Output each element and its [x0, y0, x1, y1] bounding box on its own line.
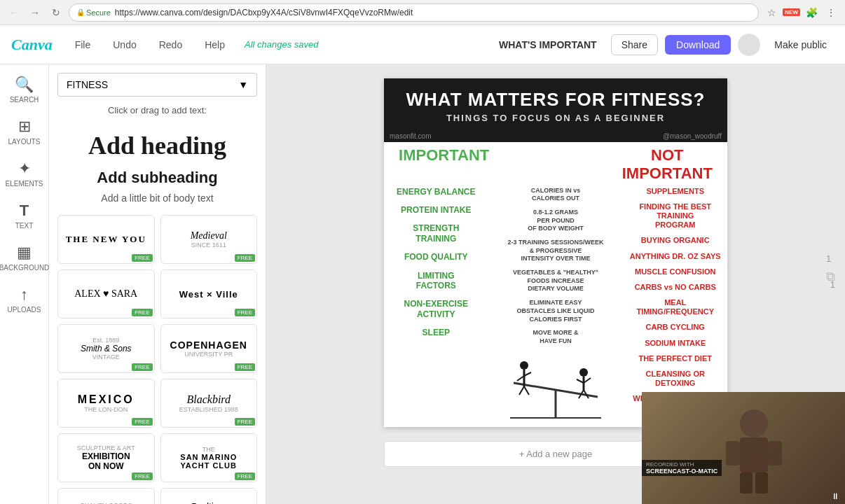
- copy-page-icon[interactable]: ⧉: [826, 270, 835, 284]
- font-item-bedtime-fairy[interactable]: BedtimeFAIRY FREE: [160, 488, 258, 504]
- browser-action-buttons: ☆ NEW 🧩 ⋮: [763, 4, 839, 21]
- not-item-3: BUYING ORGANIC: [626, 236, 724, 245]
- font-item-the-new-you[interactable]: THE NEW YOU FREE: [57, 215, 155, 264]
- free-badge: FREE: [132, 309, 152, 316]
- redo-menu[interactable]: Redo: [153, 36, 188, 53]
- extension-button[interactable]: 🧩: [803, 4, 820, 21]
- sidebar-item-uploads[interactable]: ↑ UPLOADS: [2, 280, 47, 319]
- free-badge: FREE: [235, 472, 255, 480]
- refresh-button[interactable]: ↻: [48, 4, 64, 21]
- mid-1: CALORIES IN vsCALORIES OUT: [531, 187, 581, 203]
- help-menu[interactable]: Help: [199, 36, 231, 53]
- font-sub: THE LON-DON: [84, 406, 128, 413]
- video-control-button[interactable]: ⏸: [831, 491, 839, 501]
- download-button[interactable]: Download: [665, 35, 731, 55]
- app-header: Canva File Undo Redo Help All changes sa…: [0, 25, 845, 64]
- sidebar-text-label: TEXT: [15, 222, 34, 230]
- font-item-west-ville[interactable]: West × Ville FREE: [160, 270, 258, 318]
- svg-line-7: [524, 386, 529, 395]
- mid-5: ELIMINATE EASYOBSTACLES LIKE LIQUIDCALOR…: [517, 299, 595, 323]
- svg-point-8: [579, 368, 588, 377]
- important-item-2: PROTEIN INTAKE: [387, 205, 486, 215]
- free-badge: FREE: [235, 418, 255, 426]
- page-actions: 1 ⧉: [826, 253, 835, 284]
- video-overlay[interactable]: RECORDED WITH SCREENCAST-O-MATIC ⏸: [642, 392, 845, 504]
- credit-left: masonfit.com: [390, 132, 431, 140]
- forward-button[interactable]: →: [27, 4, 43, 21]
- chevron-down-icon: ▼: [238, 79, 248, 90]
- font-sub2: VINTAGE: [92, 354, 120, 360]
- not-item-7: MEALTIMING/FREQUENCY: [626, 298, 724, 316]
- not-important-items-column: SUPPLEMENTS FINDING THE BESTTRAININGPROG…: [626, 187, 724, 421]
- font-sub: SCULPTURE & ART: [77, 444, 135, 451]
- add-subheading-sample[interactable]: Add subheading: [57, 166, 257, 190]
- col-important-header: IMPORTANT: [388, 146, 500, 164]
- infographic-header: WHAT MATTERS FOR FITNESS? THINGS TO FOCU…: [384, 78, 727, 130]
- sidebar-item-elements[interactable]: ✦ ELEMENTS: [2, 154, 47, 193]
- infographic-credits: masonfit.com @mason_woodruff: [384, 130, 727, 142]
- new-badge: NEW: [783, 8, 800, 16]
- font-preview: Blackbird: [187, 393, 231, 406]
- svg-line-6: [519, 386, 524, 395]
- url-text: https://www.canva.com/design/DACbxp9yX4A…: [115, 8, 413, 18]
- infographic-subtitle: THINGS TO FOCUS ON AS A BEGINNER: [392, 113, 719, 123]
- font-sub: SINCE 1611: [191, 241, 226, 248]
- add-text-prompt: Click or drag to add text:: [57, 105, 257, 115]
- font-item-blackbird[interactable]: Blackbird ESTABLISHED 1988 FREE: [160, 379, 258, 428]
- font-item-alex-sara[interactable]: ALEX ♥ SARA FREE: [57, 270, 155, 318]
- font-preview: BedtimeFAIRY: [191, 501, 226, 504]
- font-preview: ALEX ♥ SARA: [74, 288, 137, 300]
- svg-point-15: [740, 410, 768, 438]
- menu-button[interactable]: ⋮: [823, 4, 839, 21]
- font-preview: MEXICO: [78, 393, 135, 406]
- avatar[interactable]: [738, 34, 760, 56]
- col-not-important-header: NOT IMPORTANT: [612, 146, 723, 183]
- not-item-10: THE PERFECT DIET: [626, 354, 724, 363]
- free-badge: FREE: [235, 254, 255, 262]
- secure-text: Secure: [86, 8, 111, 17]
- free-badge: FREE: [132, 254, 152, 262]
- add-body-sample[interactable]: Add a little bit of body text: [57, 190, 257, 206]
- lock-icon: 🔒: [76, 8, 85, 16]
- star-button[interactable]: ☆: [763, 4, 780, 21]
- sidebar-item-text[interactable]: T TEXT: [2, 196, 47, 235]
- undo-menu[interactable]: Undo: [107, 36, 142, 53]
- svg-point-2: [520, 361, 528, 370]
- mid-6: MOVE MORE &HAVE FUN: [533, 329, 579, 345]
- sidebar-item-background[interactable]: ▦ BACKGROUND: [2, 238, 47, 277]
- font-item-smith-sons[interactable]: Est. 1889 Smith & Sons VINTAGE FREE: [57, 324, 155, 373]
- canvas-container[interactable]: WHAT MATTERS FOR FITNESS? THINGS TO FOCU…: [384, 78, 727, 427]
- sidebar-item-search[interactable]: 🔍 SEARCH: [2, 70, 47, 109]
- font-preview: West × Ville: [179, 289, 238, 300]
- sidebar-uploads-label: UPLOADS: [8, 306, 41, 314]
- recorded-text: RECORDED WITH: [646, 461, 717, 468]
- font-item-copenhagen[interactable]: COPENHAGEN UNIVERSITY PR FREE: [160, 324, 258, 373]
- category-dropdown[interactable]: FITNESS ▼: [57, 73, 257, 97]
- sidebar-elements-label: ELEMENTS: [6, 180, 43, 188]
- font-item-acorn[interactable]: QUALITY GOODS ACORN FREE: [57, 488, 155, 504]
- address-bar[interactable]: 🔒 Secure https://www.canva.com/design/DA…: [69, 4, 759, 22]
- font-sub: THE: [202, 446, 215, 453]
- make-public-button[interactable]: Make public: [767, 35, 834, 55]
- share-button[interactable]: Share: [611, 34, 658, 55]
- recorded-label: RECORDED WITH SCREENCAST-O-MATIC: [642, 460, 722, 476]
- font-item-medieval[interactable]: Medieval SINCE 1611 FREE: [160, 215, 258, 264]
- whats-important-button[interactable]: WHAT'S IMPORTANT: [492, 35, 604, 55]
- font-preview: SAN MARINOYACHT CLUB: [180, 453, 237, 470]
- middle-column: CALORIES IN vsCALORIES OUT 0.8-1.2 GRAMS…: [487, 187, 625, 421]
- font-item-exhibition[interactable]: SCULPTURE & ART EXHIBITIONON NOW FREE: [57, 433, 155, 482]
- add-heading-sample[interactable]: Add heading: [57, 125, 257, 166]
- file-menu[interactable]: File: [69, 36, 97, 53]
- font-item-mexico[interactable]: MEXICO THE LON-DON FREE: [57, 379, 155, 428]
- free-badge: FREE: [235, 363, 255, 371]
- sidebar-search-label: SEARCH: [10, 96, 39, 104]
- search-icon: 🔍: [15, 76, 34, 94]
- important-item-1: ENERGY BALANCE: [387, 187, 486, 197]
- secure-badge: 🔒 Secure: [76, 8, 111, 17]
- sidebar-item-layouts[interactable]: ⊞ LAYOUTS: [2, 112, 47, 151]
- important-item-4: FOOD QUALITY: [387, 252, 486, 262]
- svg-rect-20: [755, 472, 768, 493]
- svg-rect-19: [740, 472, 753, 493]
- font-item-san-marino[interactable]: THE SAN MARINOYACHT CLUB FREE: [160, 433, 258, 482]
- back-button[interactable]: ←: [6, 4, 22, 21]
